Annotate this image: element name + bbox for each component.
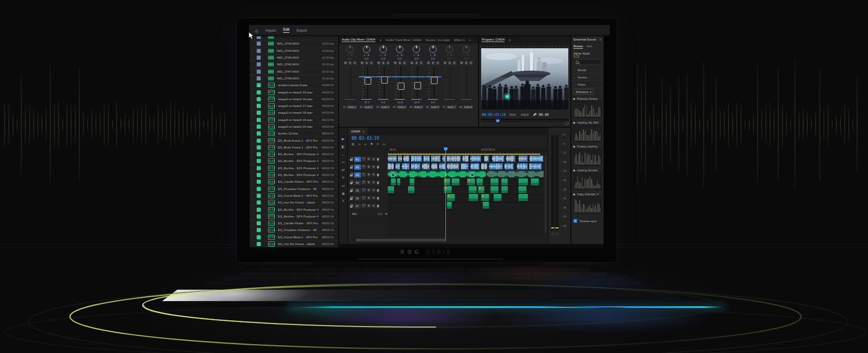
mixer-o-button[interactable]: O bbox=[419, 61, 423, 65]
video-item-chip[interactable] bbox=[257, 56, 261, 60]
audio-item-chip[interactable] bbox=[257, 187, 261, 191]
volume-fader[interactable] bbox=[360, 66, 373, 100]
audio-item-chip[interactable] bbox=[257, 159, 261, 163]
track-target-button[interactable]: A4 bbox=[354, 180, 361, 185]
track-name[interactable]: Audio 3 bbox=[380, 105, 390, 109]
video-item-chip[interactable] bbox=[257, 36, 261, 39]
track-s-button[interactable]: S bbox=[372, 157, 375, 161]
clip[interactable] bbox=[469, 194, 478, 201]
wrench-icon[interactable] bbox=[533, 113, 537, 117]
clip[interactable] bbox=[439, 163, 445, 170]
clip[interactable] bbox=[447, 163, 459, 170]
clip[interactable] bbox=[491, 179, 498, 185]
track-target-button[interactable]: A5 bbox=[354, 188, 361, 193]
play-icon[interactable]: ▶ bbox=[573, 169, 576, 172]
mic-icon[interactable] bbox=[377, 205, 379, 207]
linked-selection-icon[interactable]: ∞ bbox=[364, 142, 367, 146]
clip[interactable] bbox=[447, 202, 452, 209]
audio-item-chip[interactable] bbox=[257, 83, 261, 87]
clip[interactable] bbox=[501, 186, 508, 193]
list-item[interactable]: seagull-on-beach 18.wav44100 Hz bbox=[250, 110, 338, 116]
audio-item-chip[interactable] bbox=[257, 131, 261, 135]
program-scrubber[interactable] bbox=[481, 119, 568, 122]
clip[interactable] bbox=[424, 155, 430, 162]
audio-item-chip[interactable] bbox=[257, 90, 261, 94]
home-icon[interactable]: ⌂ bbox=[255, 28, 258, 33]
sort-dropdown[interactable]: Relevance▾ bbox=[573, 89, 594, 94]
volume-fader[interactable] bbox=[394, 66, 406, 100]
clip[interactable] bbox=[494, 194, 501, 201]
clip[interactable] bbox=[467, 179, 475, 185]
menu-edit[interactable]: Edit bbox=[283, 28, 289, 33]
menu-import[interactable]: Import bbox=[265, 29, 276, 32]
list-item[interactable]: IMG_0745.MOV60.00 fps bbox=[250, 55, 338, 61]
stock-audio-item[interactable]: ▶Inspiring, Hip, Bed bbox=[573, 120, 601, 143]
fit-dropdown[interactable]: Fit ▾ bbox=[508, 112, 517, 117]
marker-icon[interactable]: ⚑ bbox=[370, 142, 373, 146]
play-icon[interactable]: ▶ bbox=[573, 145, 576, 148]
mic-icon[interactable] bbox=[377, 181, 379, 184]
mixer-o-button[interactable]: O bbox=[469, 61, 473, 65]
clip[interactable] bbox=[411, 155, 422, 162]
track-s-button[interactable]: S bbox=[372, 181, 375, 184]
video-item-chip[interactable] bbox=[257, 42, 261, 46]
mixer-m-button[interactable]: M bbox=[344, 61, 347, 65]
timeline-playhead[interactable] bbox=[445, 147, 446, 239]
ripple-edit-tool[interactable]: ↔ bbox=[339, 151, 347, 158]
audio-item-chip[interactable] bbox=[257, 166, 261, 170]
clip[interactable] bbox=[519, 194, 528, 201]
play-icon[interactable]: ▶ bbox=[573, 97, 576, 100]
track-target-button[interactable]: A3 bbox=[354, 172, 361, 178]
mixer-s-button[interactable]: S bbox=[365, 61, 369, 65]
timeline-timecode[interactable]: 00:03:43:19 bbox=[352, 136, 379, 141]
audio-item-chip[interactable] bbox=[257, 214, 261, 219]
audio-item-chip[interactable] bbox=[257, 97, 261, 101]
audio-item-chip[interactable] bbox=[257, 228, 261, 232]
track-m-button[interactable]: M bbox=[367, 157, 371, 161]
mixer-m-button[interactable]: M bbox=[360, 61, 364, 65]
mixer-s-button[interactable]: S bbox=[465, 61, 468, 65]
play-icon[interactable]: ▶ bbox=[573, 193, 576, 196]
mixer-s-button[interactable]: S bbox=[448, 61, 452, 65]
clip[interactable] bbox=[519, 155, 528, 162]
clip[interactable] bbox=[529, 155, 543, 162]
pan-knob[interactable] bbox=[463, 46, 470, 53]
clip[interactable] bbox=[491, 186, 498, 193]
pen-tool[interactable]: ✎ bbox=[339, 174, 347, 182]
source-patch-icon[interactable] bbox=[362, 196, 366, 200]
video-item-chip[interactable] bbox=[257, 70, 261, 74]
pan-knob[interactable] bbox=[429, 46, 437, 53]
play-icon[interactable]: ▶ bbox=[573, 121, 576, 124]
mic-icon[interactable] bbox=[377, 158, 379, 160]
mixer-o-button[interactable]: O bbox=[403, 61, 407, 65]
lock-icon[interactable] bbox=[350, 182, 353, 184]
list-item[interactable]: ES_Birds Forest 1 - SFX Pro48000 Hz bbox=[250, 137, 338, 144]
track-target-button[interactable]: A2 bbox=[354, 165, 361, 170]
list-item[interactable]: IMG_0746.MOV60.00 fps bbox=[250, 61, 338, 68]
source-patch-icon[interactable] bbox=[362, 204, 366, 208]
hand-tool[interactable]: ◉ bbox=[339, 189, 347, 197]
source-patch-icon[interactable] bbox=[362, 181, 366, 184]
list-item[interactable]: ambient waves 8.wav44100 Hz bbox=[250, 82, 338, 89]
pan-knob[interactable] bbox=[446, 46, 453, 53]
clip[interactable] bbox=[478, 186, 484, 193]
mixer-o-button[interactable]: O bbox=[386, 61, 390, 65]
list-item[interactable]: seagull-on-beach 17.wav44100 Hz bbox=[250, 103, 338, 110]
mixer-s-button[interactable]: S bbox=[431, 61, 435, 65]
source-patch-icon[interactable] bbox=[362, 165, 366, 169]
clip[interactable] bbox=[398, 155, 402, 162]
track-m-button[interactable]: M bbox=[367, 181, 371, 184]
clip[interactable] bbox=[410, 179, 414, 185]
clip[interactable] bbox=[531, 179, 539, 185]
resolution-dropdown[interactable]: Full ▾ bbox=[520, 112, 530, 117]
track-s-button[interactable]: S bbox=[372, 173, 375, 177]
tab-audio-clip-mixer[interactable]: Audio Clip Mixer: C0424 bbox=[342, 38, 375, 42]
clip[interactable] bbox=[397, 179, 400, 185]
mixer-m-button[interactable]: M bbox=[410, 61, 414, 65]
fader-handle[interactable] bbox=[365, 77, 371, 85]
track-target-button[interactable]: A6 bbox=[354, 196, 361, 201]
clip[interactable] bbox=[402, 163, 410, 170]
track-name[interactable]: Audio 1 bbox=[347, 105, 357, 109]
track-name[interactable]: Audio 5 bbox=[413, 105, 423, 109]
panel-menu-icon[interactable]: ≡ bbox=[509, 38, 511, 42]
